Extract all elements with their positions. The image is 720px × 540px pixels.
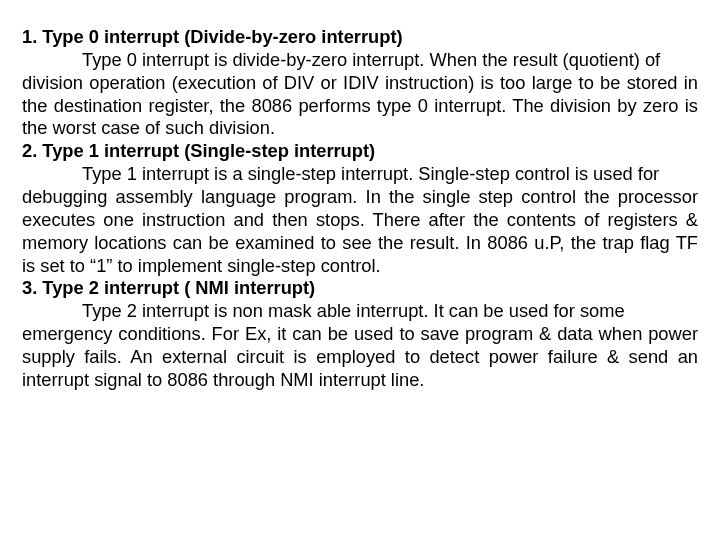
section-2-body-lead: Type 1 interrupt is a single-step interr… [22, 163, 698, 186]
section-3-heading: 3. Type 2 interrupt ( NMI interrupt) [22, 277, 698, 300]
section-1-body-rest: division operation (execution of DIV or … [22, 72, 698, 141]
section-1-body-lead: Type 0 interrupt is divide-by-zero inter… [22, 49, 698, 72]
section-2-body-rest: debugging assembly language program. In … [22, 186, 698, 277]
section-2-heading: 2. Type 1 interrupt (Single-step interru… [22, 140, 698, 163]
section-3-body-rest: emergency conditions. For Ex, it can be … [22, 323, 698, 392]
document-page: 1. Type 0 interrupt (Divide-by-zero inte… [0, 0, 720, 392]
section-3-body-lead: Type 2 interrupt is non mask able interr… [22, 300, 698, 323]
section-1-heading: 1. Type 0 interrupt (Divide-by-zero inte… [22, 26, 698, 49]
